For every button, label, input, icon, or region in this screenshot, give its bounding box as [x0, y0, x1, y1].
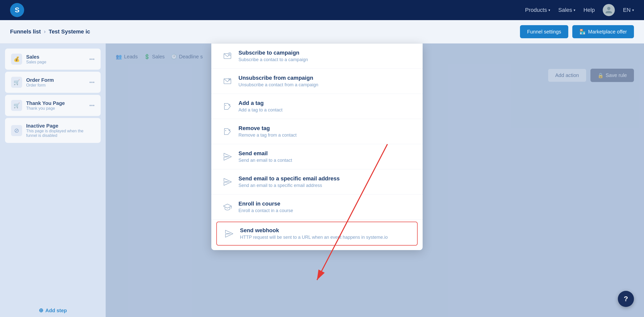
action-sub: Subscribe a contact to a campaign	[238, 57, 413, 62]
more-options-icon[interactable]: •••	[89, 103, 95, 108]
action-title: Add a tag	[238, 100, 413, 106]
sidebar-item-inactive[interactable]: ⊘ Inactive Page This page is displayed w…	[5, 118, 101, 143]
svg-point-10	[225, 130, 226, 131]
action-unsubscribe-campaign[interactable]: Unsubscribe from campaign Unsubscribe a …	[211, 69, 423, 94]
right-panel: 👥 Leads 💲 Sales 🕐 Deadline s Add action …	[106, 44, 644, 317]
dropdown-panel: Subscribe to campaign Subscribe a contac…	[211, 44, 423, 250]
webhook-icon	[223, 228, 235, 240]
tag-remove-icon	[221, 126, 233, 138]
sidebar-item-sub: This page is displayed when the funnel i…	[26, 129, 95, 138]
action-sub: Add a tag to a contact	[238, 107, 413, 113]
action-send-email-specific[interactable]: Send email to a specific email address S…	[211, 169, 423, 194]
sales-icon: 💰	[11, 54, 22, 65]
tag-add-icon	[221, 100, 233, 112]
plus-icon: ⊕	[39, 307, 43, 314]
logo[interactable]: S	[10, 3, 24, 17]
add-step-button[interactable]: ⊕ Add step	[5, 303, 101, 317]
svg-marker-17	[225, 230, 233, 237]
send-email-specific-icon	[221, 176, 233, 188]
sidebar-item-sub: Thank you page	[26, 106, 85, 111]
envelope-unsubscribe-icon	[221, 75, 233, 87]
action-title: Subscribe to campaign	[238, 50, 413, 56]
chevron-down-icon: ▾	[632, 8, 634, 12]
action-title: Send email to a specific email address	[238, 175, 413, 182]
sidebar-item-order-form[interactable]: 🛒 Order Form Order form •••	[5, 72, 101, 93]
action-title: Send email	[238, 150, 413, 157]
breadcrumb-separator: ›	[44, 28, 46, 35]
marketplace-offer-button[interactable]: 🏪 Marketplace offer	[572, 25, 634, 38]
breadcrumb-bar: Funnels list › Test Systeme ic Funnel se…	[0, 20, 644, 44]
action-title: Enroll in course	[238, 201, 413, 207]
thank-you-icon: 🛒	[11, 100, 22, 111]
action-enroll-course[interactable]: Enroll in course Enroll a contact in a c…	[211, 194, 423, 220]
sidebar-item-title: Thank You Page	[26, 100, 85, 106]
more-options-icon[interactable]: •••	[89, 80, 95, 85]
order-form-icon: 🛒	[11, 77, 22, 88]
chevron-down-icon: ▾	[574, 8, 575, 12]
sidebar-item-sales[interactable]: 💰 Sales Sales page •••	[5, 49, 101, 70]
envelope-campaign-icon	[221, 50, 233, 62]
action-remove-tag[interactable]: Remove tag Remove a tag from a contact	[211, 119, 423, 144]
action-add-tag[interactable]: Add a tag Add a tag to a contact	[211, 94, 423, 119]
funnels-list-link[interactable]: Funnels list	[10, 28, 41, 35]
marketplace-icon: 🏪	[579, 29, 586, 35]
inactive-icon: ⊘	[11, 125, 22, 136]
help-nav-link[interactable]: Help	[583, 7, 595, 13]
sidebar: 💰 Sales Sales page ••• 🛒 Order Form Orde…	[0, 44, 106, 317]
action-sub: Send an email to a specific email addres…	[238, 183, 413, 188]
action-send-webhook[interactable]: Send webhook HTTP request will be sent t…	[216, 222, 418, 246]
funnel-settings-button[interactable]: Funnel settings	[520, 25, 568, 38]
svg-point-7	[225, 105, 226, 106]
graduation-icon	[221, 201, 233, 213]
sidebar-item-title: Inactive Page	[26, 123, 95, 129]
action-title: Remove tag	[238, 125, 413, 132]
send-email-icon	[221, 151, 233, 163]
action-send-email[interactable]: Send email Send an email to a contact	[211, 144, 423, 169]
products-nav-link[interactable]: Products ▾	[525, 7, 550, 13]
action-subscribe-campaign[interactable]: Subscribe to campaign Subscribe a contac…	[211, 44, 423, 69]
sidebar-item-sub: Order form	[26, 83, 85, 88]
action-title: Send webhook	[240, 227, 411, 234]
sales-nav-link[interactable]: Sales ▾	[558, 7, 575, 13]
sidebar-item-sub: Sales page	[26, 60, 85, 64]
lang-selector[interactable]: EN ▾	[623, 7, 634, 13]
more-options-icon[interactable]: •••	[89, 56, 95, 62]
action-sub: Send an email to a contact	[238, 158, 413, 163]
sidebar-item-title: Sales	[26, 54, 85, 60]
sidebar-item-title: Order Form	[26, 77, 85, 83]
svg-marker-13	[224, 153, 231, 160]
nav-links: Products ▾ Sales ▾ Help EN ▾	[525, 4, 634, 16]
chevron-down-icon: ▾	[548, 8, 550, 12]
top-navigation: S Products ▾ Sales ▾ Help EN ▾	[0, 0, 644, 20]
action-sub: Unsubscribe a contact from a campaign	[238, 82, 413, 88]
svg-marker-15	[223, 204, 231, 208]
user-avatar[interactable]	[603, 4, 615, 16]
main-layout: 💰 Sales Sales page ••• 🛒 Order Form Orde…	[0, 44, 644, 317]
action-sub: Enroll a contact in a course	[238, 208, 413, 213]
action-sub: HTTP request will be sent to a URL when …	[240, 235, 411, 240]
action-title: Unsubscribe from campaign	[238, 75, 413, 81]
sidebar-item-thank-you[interactable]: 🛒 Thank You Page Thank you page •••	[5, 95, 101, 116]
svg-marker-14	[224, 178, 231, 185]
breadcrumb-current: Test Systeme ic	[49, 28, 90, 35]
action-sub: Remove a tag from a contact	[238, 133, 413, 138]
help-button[interactable]: ?	[618, 291, 634, 307]
breadcrumb-actions: Funnel settings 🏪 Marketplace offer	[520, 25, 634, 38]
